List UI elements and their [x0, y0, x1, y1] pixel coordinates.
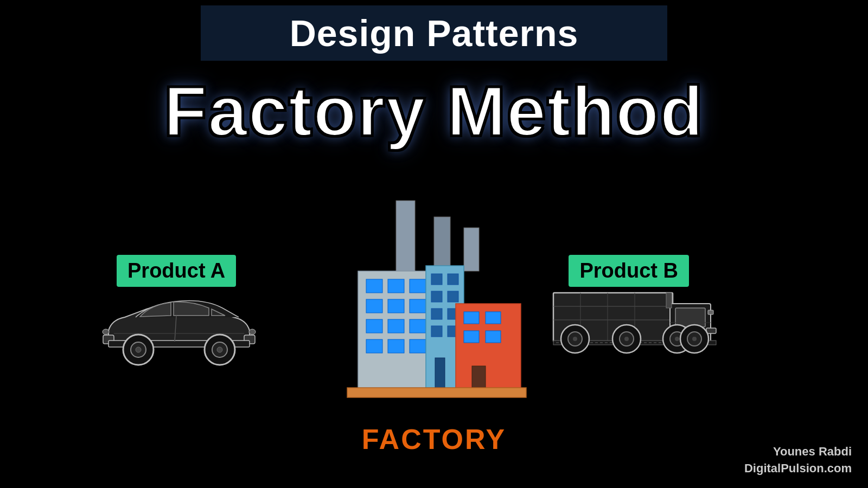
watermark-line2: DigitalPulsion.com: [744, 460, 852, 477]
svg-point-11: [249, 329, 256, 335]
svg-rect-28: [410, 339, 426, 353]
svg-rect-21: [388, 299, 404, 313]
svg-rect-34: [431, 309, 442, 319]
product-a-label: Product A: [117, 255, 236, 287]
svg-rect-14: [434, 217, 450, 271]
svg-rect-45: [347, 388, 526, 397]
svg-rect-13: [396, 201, 415, 271]
svg-rect-40: [464, 312, 479, 324]
svg-rect-15: [464, 228, 479, 271]
svg-rect-27: [388, 339, 404, 353]
header-title: Design Patterns: [290, 12, 579, 54]
svg-rect-23: [366, 319, 382, 333]
svg-rect-38: [435, 358, 445, 390]
watermark-line1: Younes Rabdi: [744, 444, 852, 460]
product-a-text: Product A: [127, 259, 225, 282]
car-icon: [92, 287, 266, 385]
svg-rect-43: [486, 331, 501, 343]
svg-rect-33: [448, 291, 458, 302]
factory-icon: [326, 195, 542, 428]
svg-rect-24: [388, 319, 404, 333]
svg-rect-31: [448, 274, 458, 285]
svg-rect-20: [366, 299, 382, 313]
svg-rect-32: [431, 291, 442, 302]
svg-point-66: [573, 337, 577, 341]
svg-point-72: [675, 337, 679, 341]
svg-rect-17: [366, 279, 382, 293]
svg-point-12: [103, 329, 109, 335]
main-title-container: Factory Method: [164, 70, 704, 152]
svg-rect-41: [486, 312, 501, 324]
svg-rect-25: [410, 319, 426, 333]
svg-point-69: [624, 337, 629, 341]
svg-rect-26: [366, 339, 382, 353]
svg-rect-36: [431, 326, 442, 337]
svg-rect-30: [431, 274, 442, 285]
svg-rect-22: [410, 299, 426, 313]
svg-rect-19: [410, 279, 426, 293]
svg-rect-44: [472, 366, 486, 390]
svg-rect-57: [666, 293, 672, 308]
svg-rect-18: [388, 279, 404, 293]
truck-icon: [548, 277, 722, 374]
factory-label: FACTORY: [362, 423, 507, 455]
header-banner: Design Patterns: [201, 5, 667, 61]
main-title-text: Factory Method: [164, 72, 704, 151]
svg-point-10: [217, 347, 222, 352]
watermark: Younes Rabdi DigitalPulsion.com: [744, 444, 852, 477]
svg-rect-42: [464, 331, 479, 343]
svg-point-7: [136, 347, 141, 352]
factory-label-text: FACTORY: [362, 423, 507, 455]
svg-rect-56: [708, 310, 713, 314]
svg-point-75: [692, 337, 697, 341]
